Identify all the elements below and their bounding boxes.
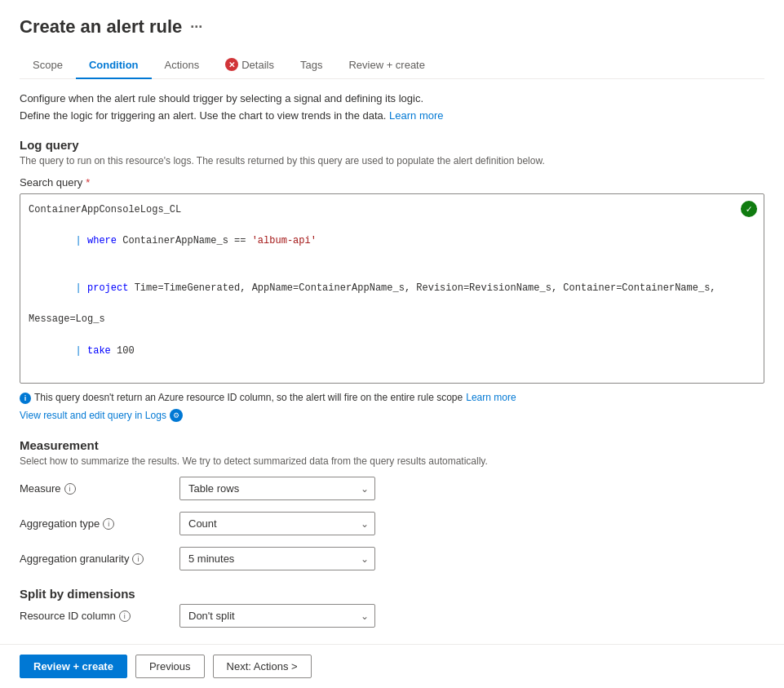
resource-id-column-select[interactable]: Don't split	[179, 604, 375, 628]
resource-id-column-row: Resource ID column i Don't split ⌄	[20, 604, 764, 628]
aggregation-type-label: Aggregation type i	[20, 517, 166, 530]
review-create-button[interactable]: Review + create	[20, 655, 127, 678]
aggregation-type-info-icon[interactable]: i	[103, 518, 114, 530]
aggregation-type-select-wrapper: Count Average Min Max Sum ⌄	[179, 512, 375, 535]
measure-select-wrapper: Table rows Custom column ⌄	[179, 477, 375, 500]
tab-details[interactable]: ✕ Details	[212, 51, 287, 79]
query-info-row: i This query doesn't return an Azure res…	[20, 392, 764, 404]
split-by-dimensions-section: Split by dimensions Resource ID column i…	[20, 587, 764, 628]
next-button[interactable]: Next: Actions >	[213, 655, 312, 678]
query-line-4: Message=Log_s	[29, 312, 755, 327]
query-line-1: ContainerAppConsoleLogs_CL	[29, 202, 755, 218]
query-info-text: This query doesn't return an Azure resou…	[34, 392, 463, 403]
view-logs-link[interactable]: View result and edit query in Logs	[20, 410, 166, 421]
query-wrapper: ContainerAppConsoleLogs_CL | where Conta…	[20, 193, 764, 384]
aggregation-type-row: Aggregation type i Count Average Min Max…	[20, 512, 764, 535]
aggregation-granularity-select-wrapper: 1 minute 5 minutes 15 minutes 30 minutes…	[179, 547, 375, 570]
previous-button[interactable]: Previous	[135, 655, 205, 678]
tab-actions[interactable]: Actions	[152, 51, 213, 79]
required-star: *	[86, 176, 90, 189]
tab-review-create[interactable]: Review + create	[335, 51, 438, 79]
resource-id-select-wrapper: Don't split ⌄	[179, 604, 375, 628]
aggregation-granularity-label: Aggregation granularity i	[20, 553, 166, 565]
info-icon: i	[20, 393, 31, 404]
split-section-title: Split by dimensions	[20, 587, 764, 601]
tab-scope[interactable]: Scope	[20, 51, 76, 79]
description-line1: Configure when the alert rule should tri…	[20, 92, 764, 104]
page-title: Create an alert rule	[20, 16, 182, 38]
search-query-input[interactable]: ContainerAppConsoleLogs_CL | where Conta…	[20, 193, 764, 384]
resource-id-column-label: Resource ID column i	[20, 610, 166, 622]
query-valid-icon	[741, 201, 757, 217]
description-line2: Define the logic for triggering an alert…	[20, 109, 764, 122]
measurement-section-desc: Select how to summarize the results. We …	[20, 455, 764, 467]
tab-condition[interactable]: Condition	[76, 51, 152, 79]
query-line-5: | take 100	[29, 328, 755, 375]
resource-id-info-icon[interactable]: i	[119, 610, 131, 622]
log-query-section-desc: The query to run on this resource's logs…	[20, 155, 764, 166]
search-query-label: Search query *	[20, 176, 764, 189]
measure-select[interactable]: Table rows Custom column	[179, 477, 375, 500]
query-line-3: | project Time=TimeGenerated, AppName=Co…	[29, 265, 755, 313]
details-error-icon: ✕	[225, 58, 238, 71]
aggregation-type-select[interactable]: Count Average Min Max Sum	[179, 512, 375, 535]
footer: Review + create Previous Next: Actions >	[0, 644, 784, 688]
measurement-section-title: Measurement	[20, 438, 764, 452]
query-info-learn-more-link[interactable]: Learn more	[466, 392, 516, 403]
measure-row: Measure i Table rows Custom column ⌄	[20, 477, 764, 500]
aggregation-granularity-info-icon[interactable]: i	[132, 553, 144, 565]
view-logs-row: View result and edit query in Logs	[20, 409, 764, 422]
logs-badge-icon	[170, 409, 183, 422]
description-learn-more-link[interactable]: Learn more	[389, 109, 443, 122]
log-query-section-title: Log query	[20, 138, 764, 152]
tab-bar: Scope Condition Actions ✕ Details Tags R…	[20, 51, 764, 79]
measure-label: Measure i	[20, 482, 166, 495]
query-line-2: | where ContainerAppName_s == 'album-api…	[29, 218, 755, 265]
aggregation-granularity-select[interactable]: 1 minute 5 minutes 15 minutes 30 minutes…	[179, 547, 375, 570]
aggregation-granularity-row: Aggregation granularity i 1 minute 5 min…	[20, 547, 764, 570]
tab-tags[interactable]: Tags	[287, 51, 335, 79]
measure-info-icon[interactable]: i	[64, 483, 76, 495]
tab-details-label: Details	[241, 59, 274, 71]
page-title-dots: ···	[190, 19, 202, 36]
